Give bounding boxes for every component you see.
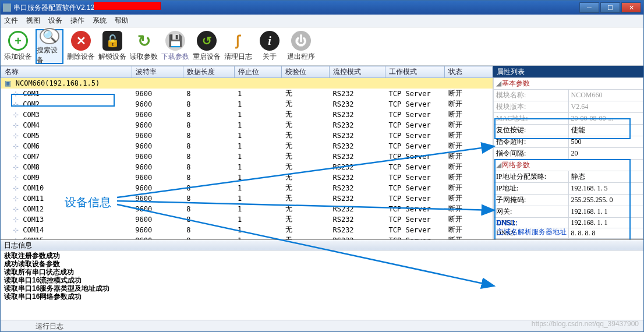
delete-device-button[interactable]: ✕删除设备 xyxy=(67,29,95,64)
section-basic[interactable]: ◢基本参数 xyxy=(494,78,643,90)
menu-help[interactable]: 帮助 xyxy=(115,16,129,26)
save-icon: 💾 xyxy=(165,31,185,51)
property-description: DNS1: 主域名解析服务器地址 xyxy=(493,218,643,238)
property-panel: 属性列表 ◢基本参数 模块名称:NCOM660 模块版本:V2.64 MAC地址… xyxy=(493,66,643,239)
window-title: 串口服务器配置软件V2.12 xyxy=(13,3,94,13)
menu-device[interactable]: 设备 xyxy=(48,16,62,26)
prop-gateway[interactable]: 网关:192.168. 1. 1 xyxy=(494,206,643,218)
app-icon xyxy=(3,3,11,12)
read-params-button[interactable]: ↻读取参数 xyxy=(130,29,158,64)
property-header: 属性列表 xyxy=(493,66,643,77)
prop-module-version: 模块版本:V2.64 xyxy=(494,101,643,113)
status-text: 运行日志 xyxy=(36,322,63,330)
table-row[interactable]: ⊹ COM15960081无RS232TCP Server断开 xyxy=(1,235,493,240)
delete-icon: ✕ xyxy=(71,31,91,51)
watermark: https://blog.csdn.net/qq_39437900 xyxy=(532,320,639,328)
table-row[interactable]: ⊹ COM14960081无RS232TCP Server断开 xyxy=(1,225,493,235)
annotation-label: 设备信息 xyxy=(63,195,112,210)
app-window: 串口服务器配置软件V2.12 ─ ☐ ✕ 文件 视图 设备 操作 系统 帮助 +… xyxy=(0,0,644,332)
prop-mask[interactable]: 子网掩码:255.255.255. 0 xyxy=(494,195,643,206)
log-header: 日志信息 xyxy=(1,240,643,250)
redacted-region xyxy=(94,2,161,10)
menu-operate[interactable]: 操作 xyxy=(70,16,84,26)
table-row[interactable]: ⊹ COM10960081无RS232TCP Server断开 xyxy=(1,183,493,193)
log-line: 读取串口16网络参数成功 xyxy=(4,292,640,301)
reboot-icon: ↺ xyxy=(197,31,217,51)
clear-log-button[interactable]: ʃ清理日志 xyxy=(224,29,252,64)
table-row[interactable]: ⊹ COM2960081无RS232TCP Server断开 xyxy=(1,99,493,110)
titlebar[interactable]: 串口服务器配置软件V2.12 ─ ☐ ✕ xyxy=(1,1,643,15)
broom-icon: ʃ xyxy=(228,31,248,51)
menubar: 文件 视图 设备 操作 系统 帮助 xyxy=(1,15,643,27)
info-icon: i xyxy=(260,31,279,51)
download-params-button[interactable]: 💾下载参数 xyxy=(161,29,189,64)
col-state[interactable]: 状态 xyxy=(445,66,493,78)
unlock-icon: 🔓 xyxy=(102,31,122,51)
table-row[interactable]: ⊹ COM3960081无RS232TCP Server断开 xyxy=(1,110,493,120)
magnifier-icon: 🔍 xyxy=(40,28,59,44)
device-table-area: 名称 波特率 数据长度 停止位 校验位 流控模式 工作模式 状态 ▣ NCOM6… xyxy=(1,66,493,239)
power-icon: ⏻ xyxy=(291,31,311,51)
log-line: 读取串口16服务器类型及地址成功 xyxy=(4,284,640,292)
log-panel: 日志信息 获取注册参数成功成功读取设备参数读取所有串口状态成功读取串口16流控模… xyxy=(1,239,643,303)
prop-ip[interactable]: IP地址:192.168. 1. 5 xyxy=(494,183,643,195)
about-button[interactable]: i关于 xyxy=(256,29,284,64)
property-body: ◢基本参数 模块名称:NCOM660 模块版本:V2.64 MAC地址:20-0… xyxy=(493,77,643,239)
col-mode[interactable]: 工作模式 xyxy=(385,66,445,78)
log-body: 获取注册参数成功成功读取设备参数读取所有串口状态成功读取串口16流控模式成功读取… xyxy=(1,250,643,302)
prop-reset-key[interactable]: 复位按键:使能 xyxy=(494,125,643,136)
table-row[interactable]: ⊹ COM5960081无RS232TCP Server断开 xyxy=(1,130,493,141)
log-line: 成功读取设备参数 xyxy=(4,260,640,268)
refresh-icon: ↻ xyxy=(134,31,154,51)
col-name[interactable]: 名称 xyxy=(1,66,132,78)
main-content: 名称 波特率 数据长度 停止位 校验位 流控模式 工作模式 状态 ▣ NCOM6… xyxy=(1,66,643,239)
add-device-button[interactable]: +添加设备 xyxy=(4,29,32,64)
prop-cmd-interval[interactable]: 指令间隔:20 xyxy=(494,148,643,160)
prop-cmd-timeout[interactable]: 指令超时:500 xyxy=(494,136,643,148)
menu-file[interactable]: 文件 xyxy=(4,16,18,26)
device-table: 名称 波特率 数据长度 停止位 校验位 流控模式 工作模式 状态 ▣ NCOM6… xyxy=(1,66,493,239)
table-row[interactable]: ⊹ COM9960081无RS232TCP Server断开 xyxy=(1,172,493,183)
col-baud[interactable]: 波特率 xyxy=(132,66,183,78)
window-buttons: ─ ☐ ✕ xyxy=(579,2,641,13)
col-flow[interactable]: 流控模式 xyxy=(329,66,385,78)
maximize-button[interactable]: ☐ xyxy=(600,2,620,13)
table-row[interactable]: ⊹ COM6960081无RS232TCP Server断开 xyxy=(1,141,493,151)
plus-icon: + xyxy=(8,31,28,51)
menu-system[interactable]: 系统 xyxy=(93,16,107,26)
device-row[interactable]: ▣ NCOM660(192.168.1.5) xyxy=(1,78,493,89)
close-button[interactable]: ✕ xyxy=(621,2,641,13)
reboot-device-button[interactable]: ↺重启设备 xyxy=(193,29,221,64)
col-parity[interactable]: 校验位 xyxy=(282,66,330,78)
table-row[interactable]: ⊹ COM4960081无RS232TCP Server断开 xyxy=(1,120,493,130)
col-stop[interactable]: 停止位 xyxy=(234,66,282,78)
section-network[interactable]: ◢网络参数 xyxy=(494,160,643,171)
toolbar: +添加设备 🔍搜索设备 ✕删除设备 🔓解锁设备 ↻读取参数 💾下载参数 ↺重启设… xyxy=(1,27,643,66)
search-device-button[interactable]: 🔍搜索设备 xyxy=(36,29,63,64)
table-body: ▣ NCOM660(192.168.1.5) ⊹ COM1960081无RS23… xyxy=(1,78,493,240)
table-row[interactable]: ⊹ COM7960081无RS232TCP Server断开 xyxy=(1,151,493,162)
table-row[interactable]: ⊹ COM1960081无RS232TCP Server断开 xyxy=(1,89,493,99)
prop-ip-policy[interactable]: IP地址分配策略:静态 xyxy=(494,171,643,183)
table-row[interactable]: ⊹ COM13960081无RS232TCP Server断开 xyxy=(1,214,493,225)
prop-module-name: 模块名称:NCOM660 xyxy=(494,90,643,101)
minimize-button[interactable]: ─ xyxy=(579,2,599,13)
table-header-row: 名称 波特率 数据长度 停止位 校验位 流控模式 工作模式 状态 xyxy=(1,66,493,78)
menu-view[interactable]: 视图 xyxy=(26,16,40,26)
unlock-device-button[interactable]: 🔓解锁设备 xyxy=(98,29,126,64)
log-line: 读取所有串口状态成功 xyxy=(4,268,640,276)
property-table: ◢基本参数 模块名称:NCOM660 模块版本:V2.64 MAC地址:20-0… xyxy=(493,77,643,239)
prop-mac: MAC地址:20-00-08-00-... xyxy=(494,113,643,125)
log-line: 获取注册参数成功 xyxy=(4,252,640,260)
col-bits[interactable]: 数据长度 xyxy=(183,66,234,78)
exit-button[interactable]: ⏻退出程序 xyxy=(287,29,315,64)
table-row[interactable]: ⊹ COM8960081无RS232TCP Server断开 xyxy=(1,162,493,172)
log-line: 读取串口16流控模式成功 xyxy=(4,276,640,284)
